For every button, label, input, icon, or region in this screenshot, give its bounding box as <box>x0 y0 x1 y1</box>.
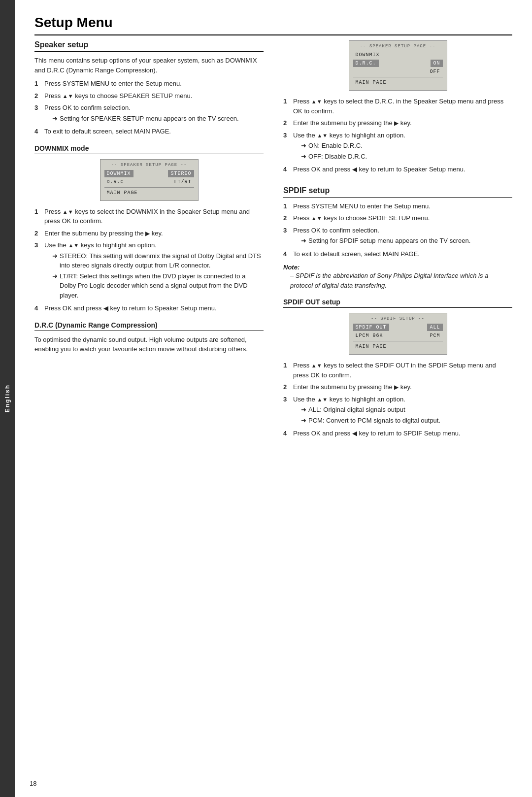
screen-divider <box>104 187 194 188</box>
screen-cell-empty4 <box>438 343 443 350</box>
step-text: Use the ▲▼ keys to highlight an option. <box>293 396 405 403</box>
screen-row-drc: D.R.C LT/RT <box>104 178 194 186</box>
step-num: 3 <box>283 226 290 247</box>
page-number: 18 <box>30 780 36 787</box>
step-num: 3 <box>34 103 41 124</box>
arrow-icon: ➜ <box>301 236 306 246</box>
step-text: Press ▲▼ keys to choose SPDIF SETUP menu… <box>293 213 430 223</box>
step-num: 4 <box>283 249 290 259</box>
screen-cell-spdifout: SPDIF OUT <box>353 324 389 331</box>
screen-divider <box>353 341 443 341</box>
sidebar-label: English <box>4 384 11 412</box>
screen-cell-lpcm: LPCM 96K <box>353 332 386 339</box>
speaker-step-2: 2 Press ▲▼ keys to choose SPEAKER SETUP … <box>34 91 264 101</box>
screen-header: -- SPEAKER SETUP PAGE -- <box>104 163 194 167</box>
screen-cell-off: OFF <box>427 68 442 75</box>
drc-step-3: 3 Use the ▲▼ keys to highlight an option… <box>283 131 512 163</box>
screen-cell-empty3 <box>438 79 443 86</box>
step-num: 1 <box>283 361 290 380</box>
step-num: 3 <box>34 240 41 301</box>
arrow-text: ON: Enable D.R.C. <box>308 141 363 151</box>
drc-steps: 1 Press ▲▼ keys to select the D.R.C. in … <box>283 97 512 174</box>
step-num: 2 <box>283 382 290 392</box>
main-content: Setup Menu Speaker setup This menu conta… <box>15 0 532 797</box>
spdif-out-step-2: 2 Enter the submenu by pressing the ▶ ke… <box>283 382 512 392</box>
speaker-setup-description: This menu contains setup options of your… <box>34 56 264 75</box>
step-text: Press OK and press ◀ key to return to Sp… <box>44 303 217 313</box>
arrow-item: ➜ Setting for SPEAKER SETUP menu appears… <box>52 114 239 124</box>
screen-cell-all: ALL <box>427 324 442 331</box>
screen-row-off: OFF <box>353 68 443 75</box>
screen-header: -- SPDIF SETUP -- <box>353 316 443 321</box>
step-text: Enter the submenu by pressing the ▶ key. <box>293 118 412 128</box>
note-text: – SPDIF is the abbreviation of Sony Phil… <box>290 271 512 290</box>
screen-row-downmix: DOWNMIX STEREO <box>104 170 194 177</box>
arrow-text: STEREO: This setting will downmix the si… <box>60 251 264 270</box>
speaker-step-3: 3 Press OK to confirm selection. ➜ Setti… <box>34 103 264 124</box>
step-num: 2 <box>283 213 290 223</box>
speaker-step-4: 4 To exit to default screen, select MAIN… <box>34 127 264 136</box>
step-text: Press SYSTEM MENU to enter the Setup men… <box>293 201 431 211</box>
note-title: Note: <box>283 264 512 271</box>
step-text: Press OK to confirm selection. <box>44 104 131 111</box>
screen-cell-downmix: DOWNMIX <box>353 51 382 59</box>
screen-cell-drc: D.R.C <box>104 178 127 186</box>
arrow-text: ALL: Original digital signals output <box>308 405 405 415</box>
step-text: Use the ▲▼ keys to highlight an option. <box>44 241 157 249</box>
step-content: Press OK to confirm selection. ➜ Setting… <box>293 226 470 247</box>
step-num: 3 <box>283 395 290 427</box>
two-col-layout: Speaker setup This menu contains setup o… <box>34 40 512 441</box>
screen-cell-ltrt: LT/RT <box>171 178 194 186</box>
drc-step-4: 4 Press OK and press ◀ key to return to … <box>283 165 512 174</box>
arrow-text: LT/RT: Select this settings when the DVD… <box>60 271 264 300</box>
screen-row-mainpage2: MAIN PAGE <box>353 343 443 350</box>
step-text: Press SYSTEM MENU to enter the Setup men… <box>44 79 182 89</box>
screen-row-spdifout: SPDIF OUT ALL <box>353 324 443 331</box>
screen-cell-stereo: STEREO <box>168 170 194 177</box>
step-num: 4 <box>283 165 290 174</box>
spdif-out-step-1: 1 Press ▲▼ keys to select the SPDIF OUT … <box>283 361 512 380</box>
drc-step-1: 1 Press ▲▼ keys to select the D.R.C. in … <box>283 97 512 116</box>
arrow-item-pcm: ➜ PCM: Convert to PCM signals to digital… <box>301 416 440 426</box>
step-text: Press ▲▼ keys to choose SPEAKER SETUP me… <box>44 91 192 101</box>
screen-cell-on: ON <box>431 60 442 67</box>
speaker-step-1: 1 Press SYSTEM MENU to enter the Setup m… <box>34 79 264 89</box>
arrow-icon: ➜ <box>301 405 306 415</box>
step-num: 3 <box>283 131 290 163</box>
col-right: -- SPEAKER SETUP PAGE -- DOWNMIX D.R.C. … <box>283 40 512 441</box>
arrow-icon: ➜ <box>52 271 58 300</box>
arrow-item-spdif: ➜ Setting for SPDIF setup menu appears o… <box>301 236 470 246</box>
step-text: Press ▲▼ keys to select the D.R.C. in th… <box>293 97 512 116</box>
step-text: To exit to default screen, select MAIN P… <box>44 127 171 136</box>
arrow-item-stereo: ➜ STEREO: This setting will downmix the … <box>52 251 264 270</box>
downmix-step-4: 4 Press OK and press ◀ key to return to … <box>34 303 264 313</box>
spdif-step-2: 2 Press ▲▼ keys to choose SPDIF SETUP me… <box>283 213 512 223</box>
step-text: Enter the submenu by pressing the ▶ key. <box>44 229 163 238</box>
step-text: Press ▲▼ keys to select the DOWNMIX in t… <box>44 207 264 226</box>
downmix-screen: -- SPEAKER SETUP PAGE -- DOWNMIX STEREO … <box>100 159 199 201</box>
spdif-step-3: 3 Press OK to confirm selection. ➜ Setti… <box>283 226 512 247</box>
speaker-setup-title: Speaker setup <box>34 40 264 52</box>
step-num: 1 <box>34 207 41 226</box>
spdif-out-title: SPDIF OUT setup <box>283 298 512 308</box>
drc-step-2: 2 Enter the submenu by pressing the ▶ ke… <box>283 118 512 128</box>
screen-row-drc: D.R.C. ON <box>353 60 443 67</box>
step-num: 2 <box>34 91 41 101</box>
screen-cell-mainpage: MAIN PAGE <box>104 189 140 197</box>
drc-title: D.R.C (Dynamic Range Compression) <box>34 321 264 331</box>
screen-row-downmix: DOWNMIX <box>353 51 443 59</box>
arrow-icon: ➜ <box>301 152 306 162</box>
spdif-out-step-4: 4 Press OK and press ◀ key to return to … <box>283 429 512 438</box>
speaker-setup-steps: 1 Press SYSTEM MENU to enter the Setup m… <box>34 79 264 136</box>
screen-cell-drc: D.R.C. <box>353 60 379 67</box>
screen-row-mainpage: MAIN PAGE <box>353 79 443 86</box>
screen-cell-empty2 <box>353 68 358 75</box>
spdif-setup-title: SPDIF setup <box>283 186 512 198</box>
drc-screen: -- SPEAKER SETUP PAGE -- DOWNMIX D.R.C. … <box>349 40 447 91</box>
step-text: Press OK and press ◀ key to return to Sp… <box>293 165 466 174</box>
page-title: Setup Menu <box>34 15 512 35</box>
step-num: 1 <box>283 201 290 211</box>
arrow-text: OFF: Disable D.R.C. <box>308 152 367 162</box>
step-num: 4 <box>283 429 290 438</box>
step-text: To exit to default screen, select MAIN P… <box>293 249 420 259</box>
